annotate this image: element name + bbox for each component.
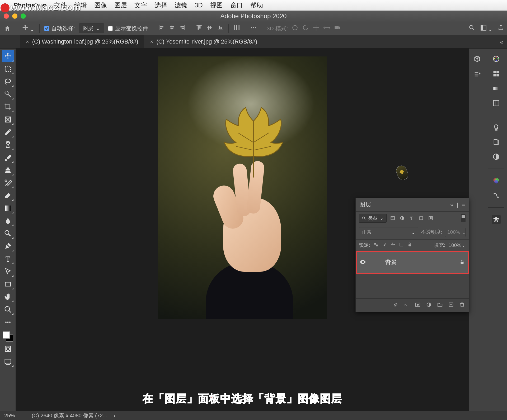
close-tab-icon[interactable]: × [26,39,29,45]
crop-tool[interactable] [2,101,14,113]
document-canvas[interactable] [158,56,327,319]
rectangle-tool[interactable] [2,278,14,290]
collapse-panels-icon[interactable]: « [496,36,507,48]
document-info[interactable]: (C) 2640 像素 x 4080 像素 (72... [32,412,107,419]
gradient-tool[interactable] [2,202,14,214]
align-left-icon[interactable] [158,24,165,32]
new-group-icon[interactable] [437,302,443,309]
dodge-tool[interactable] [2,227,14,239]
3d-panel-icon[interactable] [473,54,482,63]
opacity-input[interactable]: 100%⌄ [445,228,466,237]
swatches-panel-icon[interactable] [492,69,501,78]
show-transform-checkbox[interactable]: 显示变换控件 [108,25,148,32]
3d-slide-icon[interactable] [323,24,330,32]
3d-orbit-icon[interactable] [292,24,298,32]
channels-panel-icon[interactable] [492,176,501,185]
filter-shape-icon[interactable] [418,215,425,222]
lock-pixels-icon[interactable] [382,242,387,249]
align-top-icon[interactable] [196,24,203,32]
patterns-panel-icon[interactable] [492,99,501,108]
edit-toolbar-icon[interactable] [2,316,14,328]
align-hcenter-icon[interactable] [168,24,175,32]
layer-filter-type-dropdown[interactable]: 类型⌄ [359,214,387,223]
add-mask-icon[interactable] [415,302,421,309]
close-tab-icon[interactable]: × [150,39,153,45]
properties-panel-icon[interactable] [473,70,482,79]
distribute-icon[interactable] [233,24,240,32]
learn-panel-icon[interactable] [492,123,501,132]
lock-position-icon[interactable] [390,242,396,249]
eraser-tool[interactable] [2,189,14,201]
document-tab-active[interactable]: × (C) Washington-leaf.jpg @ 25%(RGB/8#) [20,35,144,48]
3d-pan-icon[interactable] [313,24,320,32]
link-layers-icon[interactable] [393,302,398,309]
lock-artboard-icon[interactable] [399,242,404,249]
align-right-icon[interactable] [179,24,186,32]
layers-panel-title[interactable]: 图层 [359,201,371,209]
panel-menu-icon[interactable]: ≡ [462,202,465,208]
auto-select-checkbox[interactable]: 自动选择: [44,25,75,32]
paths-panel-icon[interactable] [492,191,501,200]
3d-roll-icon[interactable] [302,24,309,32]
menu-window[interactable]: 窗口 [230,1,243,9]
menu-select[interactable]: 选择 [154,1,167,9]
color-swatches[interactable] [3,331,13,342]
zoom-level[interactable]: 25% [4,413,25,419]
lock-transparency-icon[interactable] [373,242,379,249]
screen-mode-tool[interactable] [2,355,14,367]
close-window-button[interactable] [4,13,9,19]
clone-stamp-tool[interactable] [2,164,14,176]
layer-row-background[interactable]: 背景 [356,251,469,274]
home-button[interactable] [3,24,12,33]
menu-type[interactable]: 文字 [134,1,147,9]
blur-tool[interactable] [2,215,14,227]
libraries-panel-icon[interactable] [492,137,501,146]
fill-input[interactable]: 100%⌄ [448,242,466,248]
eyedropper-tool[interactable] [2,126,14,138]
menu-filter[interactable]: 滤镜 [175,1,187,9]
align-vcenter-icon[interactable] [206,24,213,32]
frame-tool[interactable] [2,113,14,125]
layer-fx-icon[interactable]: fx [404,302,410,309]
new-layer-icon[interactable] [448,302,454,309]
layer-locked-icon[interactable] [459,259,465,266]
filter-adjustment-icon[interactable] [399,215,406,222]
more-options-icon[interactable] [250,24,257,32]
zoom-window-button[interactable] [21,13,26,19]
menu-view[interactable]: 视图 [210,1,223,9]
filter-pixel-icon[interactable] [389,215,396,222]
filter-smartobject-icon[interactable] [427,215,434,222]
brush-tool[interactable] [2,151,14,163]
blend-mode-dropdown[interactable]: 正常⌄ [359,227,418,237]
minimize-window-button[interactable] [12,13,17,19]
workspace-switcher-icon[interactable]: ⌄ [480,24,493,32]
document-info-chevron[interactable]: › [114,413,115,419]
history-brush-tool[interactable] [2,177,14,189]
auto-select-target-dropdown[interactable]: 图层⌄ [79,23,104,33]
align-bottom-icon[interactable] [217,24,224,32]
lock-all-icon[interactable] [407,242,412,249]
menu-layer[interactable]: 图层 [114,1,127,9]
layer-name[interactable]: 背景 [385,259,455,266]
delete-layer-icon[interactable] [459,302,465,309]
move-tool-icon[interactable]: ⌄ [22,24,35,32]
share-icon[interactable] [497,24,504,32]
menu-help[interactable]: 帮助 [250,1,263,9]
adjustments-panel-icon[interactable] [492,152,501,161]
menu-image[interactable]: 图像 [94,1,107,9]
path-selection-tool[interactable] [2,265,14,277]
layer-visibility-icon[interactable] [359,259,366,267]
hand-tool[interactable] [2,291,14,303]
menu-3d[interactable]: 3D [195,2,203,9]
type-tool[interactable] [2,253,14,265]
quick-mask-tool[interactable] [2,343,14,355]
move-tool[interactable] [2,50,14,62]
search-icon[interactable] [468,24,475,32]
filter-toggle[interactable] [461,214,466,222]
gradients-panel-icon[interactable] [492,84,501,93]
panel-expand-icon[interactable]: » [450,202,453,208]
zoom-tool[interactable] [2,303,14,315]
layers-panel-icon[interactable] [492,215,501,224]
healing-brush-tool[interactable] [2,139,14,151]
document-tab[interactable]: × (C) Yosemite-river.jpg @ 25%(RGB/8#) [144,35,263,48]
